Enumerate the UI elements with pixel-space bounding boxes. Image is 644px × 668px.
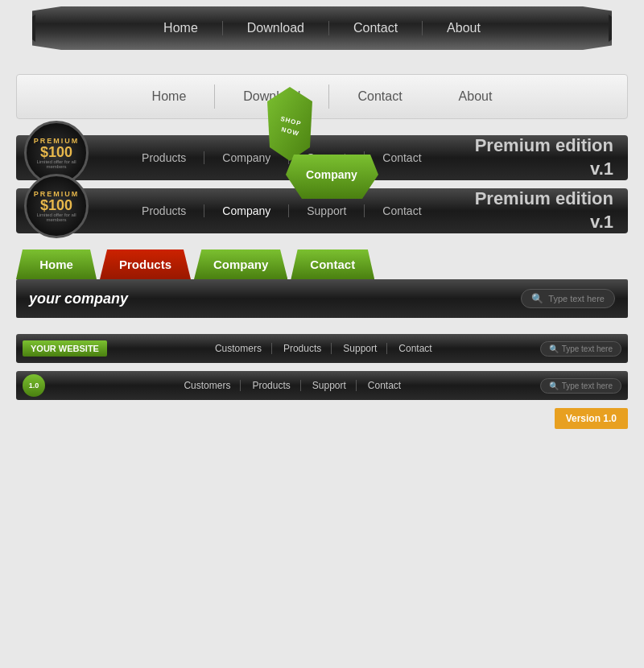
nav4-wrapper: Company PREMIUM $100 Limited offer for a… (16, 188, 628, 233)
nav4-item-contact[interactable]: Contact (365, 204, 439, 217)
nav1-item-contact[interactable]: Contact (329, 21, 423, 35)
nav5-tab-home[interactable]: Home (16, 249, 97, 279)
nav1-item-download[interactable]: Download (223, 21, 329, 35)
shop-now-icon: SHOP NOW (266, 87, 314, 163)
nav6-search-placeholder: Type text here (562, 344, 613, 353)
nav3-premium-price: $100 (40, 145, 72, 159)
nav1-item-about[interactable]: About (423, 21, 505, 35)
nav6-search-icon: 🔍 (549, 344, 559, 353)
nav7-search-placeholder: Type text here (562, 381, 613, 390)
nav7-items: Customers Products Support Contact (52, 380, 534, 391)
nav2-item-contact[interactable]: Contact (329, 85, 430, 109)
nav7-bar: 1.0 Customers Products Support Contact 🔍… (16, 371, 628, 400)
nav3-item-products[interactable]: Products (124, 151, 204, 164)
nav7-version-badge: 1.0 (23, 374, 45, 397)
nav6-items: Customers Products Support Contact (114, 343, 534, 354)
nav5-brand: your company (29, 291, 128, 307)
nav7-wrapper: 1.0 Customers Products Support Contact 🔍… (16, 371, 628, 400)
nav4-item-company[interactable]: Company (204, 204, 289, 217)
nav6-item-customers[interactable]: Customers (205, 343, 272, 354)
nav6-brand: YOUR WEBSITE (23, 340, 107, 357)
nav4-edition-label: Premium edition (475, 188, 613, 211)
nav6-bar: YOUR WEBSITE Customers Products Support … (16, 334, 628, 363)
nav2-contact-wrapper: Contact (329, 85, 430, 109)
nav1-items: Home Download Contact About (139, 21, 505, 35)
nav4-item-support[interactable]: Support (289, 204, 365, 217)
nav4-items: Products Company Support Contact (89, 204, 475, 217)
nav7-item-contact[interactable]: Contact (358, 380, 411, 391)
company-tab-icon: Company (286, 155, 378, 199)
nav5-bar: your company 🔍 Type text here (16, 279, 628, 318)
nav6-search[interactable]: 🔍 Type text here (540, 341, 621, 357)
nav1-wrapper: Home Download Contact About (0, 6, 644, 58)
nav3-edition-label: Premium edition (475, 134, 613, 158)
nav3-premium-sub: Limited offer for all members (27, 159, 86, 169)
nav5-search-placeholder: Type text here (548, 294, 605, 303)
nav7-search-icon: 🔍 (549, 381, 559, 390)
nav4-premium-sub: Limited offer for all members (27, 212, 86, 222)
nav3-edition: Premium edition v.1 (475, 134, 613, 180)
nav7-search[interactable]: 🔍 Type text here (540, 378, 621, 394)
nav7-item-support[interactable]: Support (303, 380, 357, 391)
search-icon: 🔍 (531, 293, 543, 304)
nav4-company-tab: Company (286, 155, 378, 199)
nav5-tab-products[interactable]: Products (100, 249, 191, 279)
nav4-premium-price: $100 (40, 198, 72, 212)
nav4-version: v.1 (475, 211, 613, 234)
nav2-item-about[interactable]: About (431, 85, 521, 109)
nav6-item-support[interactable]: Support (333, 343, 387, 354)
nav6-wrapper: YOUR WEBSITE Customers Products Support … (16, 334, 628, 363)
nav7-item-customers[interactable]: Customers (174, 380, 241, 391)
nav4-premium-badge: PREMIUM $100 Limited offer for all membe… (24, 174, 89, 238)
nav7-item-products[interactable]: Products (242, 380, 300, 391)
nav7-version-label: Version 1.0 (555, 408, 628, 429)
nav5-tab-contact[interactable]: Contact (291, 249, 374, 279)
nav4-item-products[interactable]: Products (124, 204, 204, 217)
nav3-version: v.1 (475, 158, 613, 181)
nav1-item-home[interactable]: Home (139, 21, 223, 35)
nav5-tab-company[interactable]: Company (194, 249, 287, 279)
nav6-item-contact[interactable]: Contact (389, 343, 441, 354)
nav2-items: Home Download Contact About (124, 85, 521, 109)
nav2-item-home[interactable]: Home (124, 85, 216, 109)
nav2-wrapper: Home Download Contact About (16, 74, 628, 119)
nav5-wrapper: Home Products Company Contact your compa… (16, 249, 628, 318)
nav5-tabs: Home Products Company Contact (16, 249, 628, 279)
nav4-edition: Premium edition v.1 (475, 188, 613, 233)
nav6-item-products[interactable]: Products (274, 343, 332, 354)
nav5-search[interactable]: 🔍 Type text here (521, 289, 615, 308)
svg-text:Company: Company (306, 168, 357, 181)
nav1-ribbon: Home Download Contact About (32, 6, 612, 50)
